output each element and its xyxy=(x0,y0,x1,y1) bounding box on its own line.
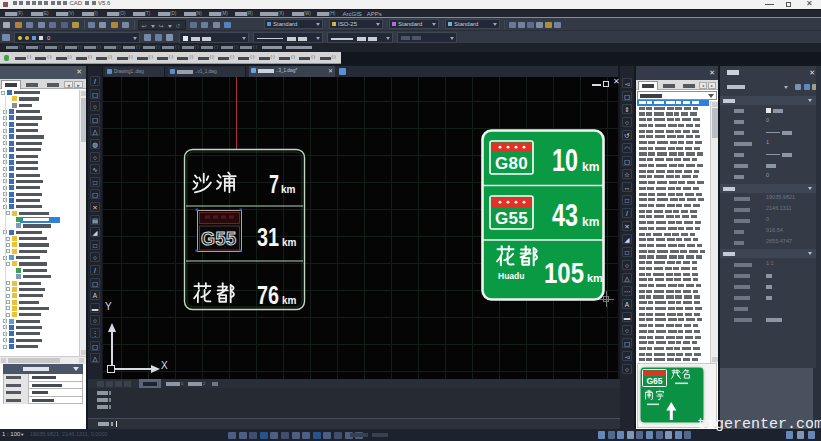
svg-text:G55: G55 xyxy=(495,209,528,228)
svg-text:km: km xyxy=(282,295,297,306)
svg-text:km: km xyxy=(281,184,296,195)
svg-text:31: 31 xyxy=(257,222,279,252)
svg-text:km: km xyxy=(582,215,599,229)
svg-text:km: km xyxy=(582,160,599,174)
svg-text:G55: G55 xyxy=(201,229,237,249)
svg-text:105: 105 xyxy=(544,256,584,289)
svg-text:10: 10 xyxy=(552,143,578,178)
svg-text:43: 43 xyxy=(552,198,578,233)
svg-text:km: km xyxy=(587,272,603,284)
svg-text:Huadu: Huadu xyxy=(498,271,524,281)
svg-text:G80: G80 xyxy=(495,154,528,173)
svg-text:km: km xyxy=(282,237,297,248)
svg-text:76: 76 xyxy=(257,280,279,310)
svg-text:7: 7 xyxy=(269,169,279,199)
svg-text:G65: G65 xyxy=(646,376,662,386)
